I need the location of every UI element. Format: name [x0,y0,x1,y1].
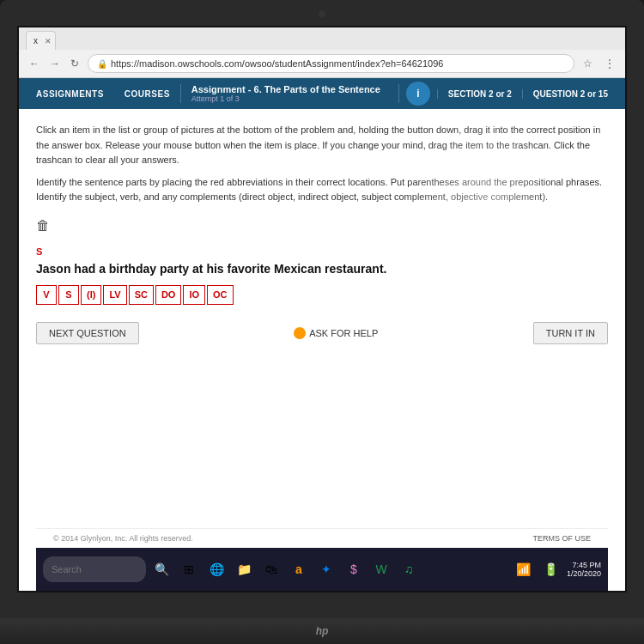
question-label: QUESTION 2 or 15 [523,89,618,99]
action-buttons: NEXT QUESTION ASK FOR HELP TURN IT IN [36,322,608,344]
camera-dot [319,10,325,17]
page-footer: © 2014 Glynlyon, Inc. All rights reserve… [36,528,608,548]
answer-box-do[interactable]: DO [155,285,182,305]
tab-close-icon[interactable]: ✕ [45,37,52,46]
ask-label: ASK FOR HELP [309,328,378,338]
hp-logo: hp [316,625,329,637]
assignment-info: Assignment - 6. The Parts of the Sentenc… [180,84,399,103]
sentence-text: Jason had a birthday party at his favori… [36,260,608,278]
taskbar-time: 7:45 PM 1/20/2020 [567,561,601,578]
assignment-title: Assignment - 6. The Parts of the Sentenc… [191,84,388,94]
taskbar-explorer-icon[interactable]: 📁 [232,557,256,581]
taskbar-battery-icon[interactable]: 🔋 [539,557,563,581]
answer-box-io[interactable]: IO [183,285,205,305]
taskbar-grid-icon[interactable]: ⊞ [177,557,201,581]
taskbar-dropbox-icon[interactable]: ✦ [314,557,338,581]
address-input[interactable]: 🔒 https://madison.owschools.com/owsoo/st… [88,54,574,73]
taskbar-amazon-icon[interactable]: a [287,557,311,581]
assignments-nav[interactable]: ASSIGNMENTS [26,78,114,109]
back-btn[interactable]: ← [26,56,43,71]
taskbar-wifi-icon[interactable]: 📶 [512,557,536,581]
laptop-bottom-chassis: hp [0,618,644,644]
main-content: Click an item in the list or group of pi… [19,109,625,358]
trash-icon[interactable]: 🗑 [36,216,608,236]
terms-of-use-link[interactable]: TERMS OF USE [532,534,591,543]
answer-box-lv[interactable]: LV [103,285,126,305]
answer-box-oc[interactable]: OC [207,285,234,305]
info-button[interactable]: i [406,82,430,106]
sentence-label: S [36,245,608,259]
address-bar: ← → ↻ 🔒 https://madison.owschools.com/ow… [19,50,625,77]
taskbar-word-icon[interactable]: W [369,557,393,581]
taskbar-spotify-icon[interactable]: ♫ [397,557,421,581]
turn-it-in-button[interactable]: TURN IT IN [533,322,608,344]
browser-nav-controls: ← → ↻ [26,56,82,71]
browser-chrome: x ✕ ← → ↻ 🔒 https://madison.owschools.co… [19,27,625,78]
ask-for-help-button[interactable]: ASK FOR HELP [294,327,378,339]
instructions: Click an item in the list or group of pi… [36,123,608,205]
taskbar-edge-icon[interactable]: 🌐 [204,557,228,581]
settings-btn[interactable]: ⋮ [601,56,618,71]
taskbar-search-input[interactable] [43,556,146,582]
forward-btn[interactable]: → [46,56,64,71]
tab-label: x [33,36,38,46]
taskbar-search-icon[interactable]: 🔍 [149,557,173,581]
laptop-bezel: x ✕ ← → ↻ 🔒 https://madison.owschools.co… [0,0,644,644]
section-label: SECTION 2 or 2 [437,89,523,99]
taskbar: 🔍 ⊞ 🌐 📁 🛍 a ✦ $ W ♫ 📶 🔋 7:45 PM 1/20/202… [36,548,608,591]
tab-bar: x ✕ [19,27,625,50]
screen: x ✕ ← → ↻ 🔒 https://madison.owschools.co… [17,26,627,592]
copyright-text: © 2014 Glynlyon, Inc. All rights reserve… [53,534,193,543]
courses-nav[interactable]: COURSES [114,78,180,109]
answer-boxes: V S (I) LV SC DO IO OC [36,285,608,305]
instruction-line2: Identify the sentence parts by placing t… [36,175,608,205]
answer-box-v[interactable]: V [36,285,57,305]
nav-bar: ASSIGNMENTS COURSES Assignment - 6. The … [19,78,625,109]
refresh-btn[interactable]: ↻ [67,56,82,71]
answer-box-s[interactable]: S [58,285,79,305]
taskbar-right-area: 📶 🔋 7:45 PM 1/20/2020 [512,557,601,581]
lock-icon: 🔒 [97,59,107,69]
browser-tab[interactable]: x ✕ [26,31,56,50]
ask-circle-icon [294,327,306,339]
bookmark-btn[interactable]: ☆ [580,56,596,71]
assignment-subtitle: Attempt 1 of 3 [191,94,388,103]
taskbar-store-icon[interactable]: 🛍 [259,557,283,581]
answer-box-sc[interactable]: SC [129,285,154,305]
instruction-line1: Click an item in the list or group of pi… [36,123,608,168]
taskbar-app5-icon[interactable]: $ [342,557,366,581]
url-text: https://madison.owschools.com/owsoo/stud… [111,58,443,69]
next-question-button[interactable]: NEXT QUESTION [36,322,139,344]
answer-box-parens[interactable]: (I) [81,285,101,305]
